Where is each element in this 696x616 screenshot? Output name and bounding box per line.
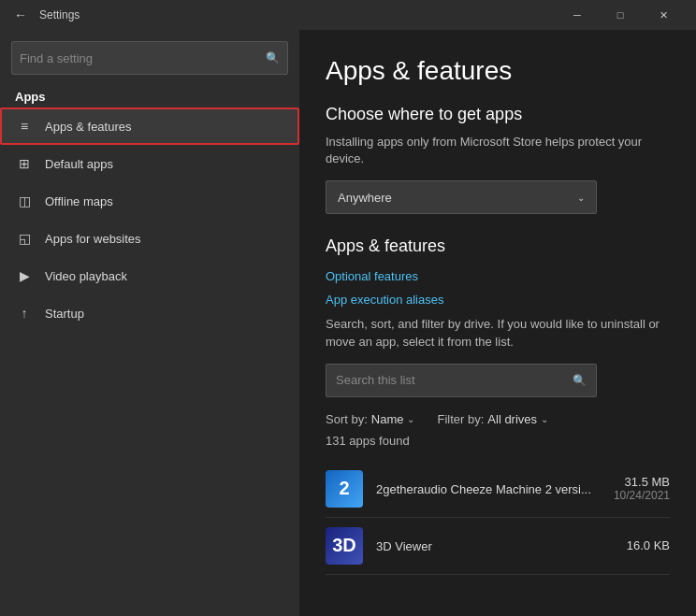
filter-label: Filter by:	[437, 412, 484, 426]
app-execution-link[interactable]: App execution aliases	[326, 293, 670, 307]
default-apps-icon: ⊞	[15, 154, 34, 173]
offline-maps-icon: ◫	[15, 192, 34, 210]
apps-found-count: 131 apps found	[326, 434, 670, 448]
app-icon-3dviewer: 3D	[326, 527, 363, 565]
choose-section-title: Choose where to get apps	[326, 105, 670, 124]
app-date-2getheraudio: 10/24/2021	[614, 489, 670, 502]
sidebar-item-startup[interactable]: ↑ Startup	[0, 294, 299, 332]
sidebar-item-label: Offline maps	[45, 194, 113, 208]
sidebar-item-label: Video playback	[45, 269, 127, 283]
sidebar-search-input[interactable]	[20, 51, 266, 65]
sidebar-section-label: Apps	[0, 82, 299, 107]
filter-by-control[interactable]: Filter by: All drives ⌄	[437, 412, 548, 426]
sort-arrow-icon: ⌄	[407, 414, 414, 424]
apps-features-section-title: Apps & features	[326, 236, 670, 256]
app-size-3dviewer: 16.0 KB	[627, 538, 670, 552]
video-playback-icon: ▶	[15, 266, 34, 285]
apps-features-icon: ≡	[15, 117, 34, 136]
sidebar-item-apps-features[interactable]: ≡ Apps & features	[0, 107, 299, 145]
sort-by-control[interactable]: Sort by: Name ⌄	[326, 412, 414, 426]
app-search-box[interactable]: 🔍	[326, 364, 597, 397]
apps-websites-icon: ◱	[15, 229, 34, 248]
app-meta-2getheraudio: 31.5 MB 10/24/2021	[614, 475, 670, 502]
window-title: Settings	[39, 8, 556, 21]
sidebar-item-offline-maps[interactable]: ◫ Offline maps	[0, 182, 299, 220]
filter-value: All drives	[487, 412, 537, 426]
app-name-3dviewer: 3D Viewer	[376, 539, 432, 553]
minimize-button[interactable]: ─	[556, 0, 599, 30]
sidebar-item-video-playback[interactable]: ▶ Video playback	[0, 257, 299, 294]
dropdown-value: Anywhere	[338, 191, 392, 205]
sidebar-item-label: Apps & features	[45, 120, 132, 134]
maximize-button[interactable]: □	[599, 0, 642, 30]
app-name-2getheraudio: 2getheraudio Cheeze Machine 2 versi...	[376, 482, 591, 496]
sort-value: Name	[371, 412, 404, 426]
app-info-3dviewer: 3D Viewer	[376, 537, 614, 554]
filter-arrow-icon: ⌄	[541, 414, 548, 424]
app-list-item[interactable]: 3D 3D Viewer 16.0 KB	[326, 518, 670, 575]
sidebar-item-label: Startup	[45, 307, 84, 321]
back-button[interactable]: ←	[11, 6, 30, 24]
search-box-icon: 🔍	[573, 374, 587, 387]
app-meta-3dviewer: 16.0 KB	[627, 538, 670, 552]
window-controls: ─ □ ✕	[556, 0, 685, 30]
titlebar: ← Settings ─ □ ✕	[0, 0, 696, 30]
sidebar-search-icon: 🔍	[266, 51, 280, 64]
app-list-item[interactable]: 2 2getheraudio Cheeze Machine 2 versi...…	[326, 461, 670, 518]
content-area: Apps & features Choose where to get apps…	[299, 30, 696, 616]
app-list: 2 2getheraudio Cheeze Machine 2 versi...…	[326, 461, 670, 575]
choose-description: Installing apps only from Microsoft Stor…	[326, 134, 670, 167]
sort-label: Sort by:	[326, 412, 368, 426]
close-button[interactable]: ✕	[642, 0, 685, 30]
sidebar-item-apps-websites[interactable]: ◱ Apps for websites	[0, 220, 299, 257]
dropdown-arrow-icon: ⌄	[577, 193, 585, 203]
search-description: Search, sort, and filter by drive. If yo…	[326, 316, 670, 350]
optional-features-link[interactable]: Optional features	[326, 269, 670, 283]
sort-filter-row: Sort by: Name ⌄ Filter by: All drives ⌄	[326, 412, 670, 426]
main-layout: 🔍 Apps ≡ Apps & features ⊞ Default apps …	[0, 30, 696, 616]
startup-icon: ↑	[15, 304, 34, 322]
app-info-2getheraudio: 2getheraudio Cheeze Machine 2 versi...	[376, 480, 601, 497]
app-size-2getheraudio: 31.5 MB	[614, 475, 670, 489]
anywhere-dropdown[interactable]: Anywhere ⌄	[326, 180, 597, 214]
sidebar-item-default-apps[interactable]: ⊞ Default apps	[0, 145, 299, 182]
sidebar-search-box[interactable]: 🔍	[11, 41, 288, 75]
sidebar: 🔍 Apps ≡ Apps & features ⊞ Default apps …	[0, 30, 299, 616]
app-icon-2getheraudio: 2	[326, 470, 363, 508]
sidebar-item-label: Default apps	[45, 157, 113, 171]
page-title: Apps & features	[326, 56, 670, 86]
sidebar-item-label: Apps for websites	[45, 232, 141, 246]
app-search-input[interactable]	[336, 373, 573, 387]
